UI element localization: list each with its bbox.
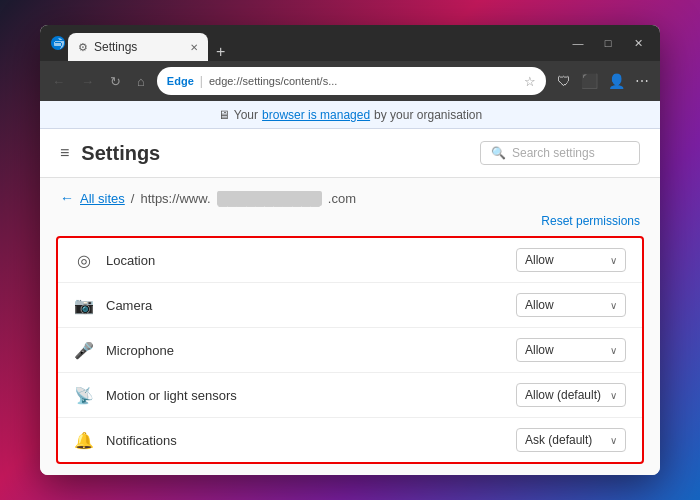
microphone-label: Microphone	[106, 343, 504, 358]
toolbar-icons: 🛡 ⬛ 👤 ⋯	[554, 71, 652, 91]
motion-icon: 📡	[74, 386, 94, 405]
edge-logo-icon	[48, 33, 68, 53]
settings-tab-label: Settings	[94, 40, 137, 54]
collections-icon[interactable]: ⬛	[578, 71, 601, 91]
permission-row-camera: 📷 Camera Allow ∨	[58, 283, 642, 328]
managed-text-after: by your organisation	[374, 108, 482, 122]
microphone-dropdown-arrow: ∨	[610, 345, 617, 356]
permission-row-motion: 📡 Motion or light sensors Allow (default…	[58, 373, 642, 418]
settings-tab-icon: ⚙	[78, 41, 88, 54]
edge-label: Edge	[167, 75, 194, 87]
camera-label: Camera	[106, 298, 504, 313]
managed-text-before: Your	[234, 108, 258, 122]
minimize-button[interactable]: —	[564, 33, 592, 53]
permissions-list: ◎ Location Allow ∨ 📷 Camera Allow ∨ 🎤 Mi…	[56, 236, 644, 464]
reset-permissions-button[interactable]: Reset permissions	[541, 214, 640, 228]
url-text: edge://settings/content/s...	[209, 75, 337, 87]
managed-info-bar: 🖥 Your browser is managed by your organi…	[40, 101, 660, 129]
breadcrumb-separator: /	[131, 191, 135, 206]
breadcrumb: ← All sites / https://www.███████████.co…	[40, 178, 660, 210]
tab-area: ⚙ Settings ✕ +	[68, 25, 564, 61]
location-dropdown[interactable]: Allow ∨	[516, 248, 626, 272]
notifications-label: Notifications	[106, 433, 504, 448]
home-button[interactable]: ⌂	[133, 72, 149, 91]
back-button[interactable]: ←	[48, 72, 69, 91]
managed-link[interactable]: browser is managed	[262, 108, 370, 122]
breadcrumb-back-arrow[interactable]: ←	[60, 190, 74, 206]
all-sites-link[interactable]: All sites	[80, 191, 125, 206]
microphone-dropdown[interactable]: Allow ∨	[516, 338, 626, 362]
search-icon: 🔍	[491, 146, 506, 160]
motion-dropdown-arrow: ∨	[610, 390, 617, 401]
breadcrumb-url-redacted: ███████████	[217, 191, 322, 206]
notifications-dropdown[interactable]: Ask (default) ∨	[516, 428, 626, 452]
camera-value: Allow	[525, 298, 554, 312]
reset-area: Reset permissions	[40, 210, 660, 232]
search-placeholder: Search settings	[512, 146, 595, 160]
address-field[interactable]: Edge | edge://settings/content/s... ☆	[157, 67, 546, 95]
title-bar: ⚙ Settings ✕ + — □ ✕	[40, 25, 660, 61]
maximize-button[interactable]: □	[594, 33, 622, 53]
window-controls: — □ ✕	[564, 33, 652, 53]
location-icon: ◎	[74, 251, 94, 270]
search-settings-box[interactable]: 🔍 Search settings	[480, 141, 640, 165]
close-button[interactable]: ✕	[624, 33, 652, 53]
camera-icon: 📷	[74, 296, 94, 315]
managed-icon: 🖥	[218, 108, 230, 122]
motion-dropdown[interactable]: Allow (default) ∨	[516, 383, 626, 407]
hamburger-menu-button[interactable]: ≡	[60, 144, 69, 162]
title-bar-left	[48, 33, 68, 53]
refresh-button[interactable]: ↻	[106, 72, 125, 91]
settings-content: ≡ Settings 🔍 Search settings ← All sites…	[40, 129, 660, 475]
url-separator: |	[200, 74, 203, 88]
motion-label: Motion or light sensors	[106, 388, 504, 403]
new-tab-button[interactable]: +	[208, 43, 233, 61]
forward-button[interactable]: →	[77, 72, 98, 91]
microphone-icon: 🎤	[74, 341, 94, 360]
notifications-value: Ask (default)	[525, 433, 592, 447]
notifications-dropdown-arrow: ∨	[610, 435, 617, 446]
permission-row-notifications: 🔔 Notifications Ask (default) ∨	[58, 418, 642, 462]
settings-header: ≡ Settings 🔍 Search settings	[40, 129, 660, 178]
location-label: Location	[106, 253, 504, 268]
breadcrumb-url-prefix: https://www.	[140, 191, 210, 206]
camera-dropdown[interactable]: Allow ∨	[516, 293, 626, 317]
permission-row-microphone: 🎤 Microphone Allow ∨	[58, 328, 642, 373]
bookmark-icon[interactable]: ☆	[524, 74, 536, 89]
permission-row-location: ◎ Location Allow ∨	[58, 238, 642, 283]
notifications-icon: 🔔	[74, 431, 94, 450]
motion-value: Allow (default)	[525, 388, 601, 402]
settings-tab[interactable]: ⚙ Settings ✕	[68, 33, 208, 61]
profile-icon[interactable]: 👤	[605, 71, 628, 91]
location-dropdown-arrow: ∨	[610, 255, 617, 266]
address-bar: ← → ↻ ⌂ Edge | edge://settings/content/s…	[40, 61, 660, 101]
breadcrumb-url-suffix: .com	[328, 191, 356, 206]
camera-dropdown-arrow: ∨	[610, 300, 617, 311]
tab-close-button[interactable]: ✕	[190, 42, 198, 53]
browser-window: ⚙ Settings ✕ + — □ ✕ ← → ↻ ⌂ Edge | edge…	[40, 25, 660, 475]
more-icon[interactable]: ⋯	[632, 71, 652, 91]
microphone-value: Allow	[525, 343, 554, 357]
location-value: Allow	[525, 253, 554, 267]
page-title: Settings	[81, 142, 468, 165]
extensions-icon[interactable]: 🛡	[554, 71, 574, 91]
